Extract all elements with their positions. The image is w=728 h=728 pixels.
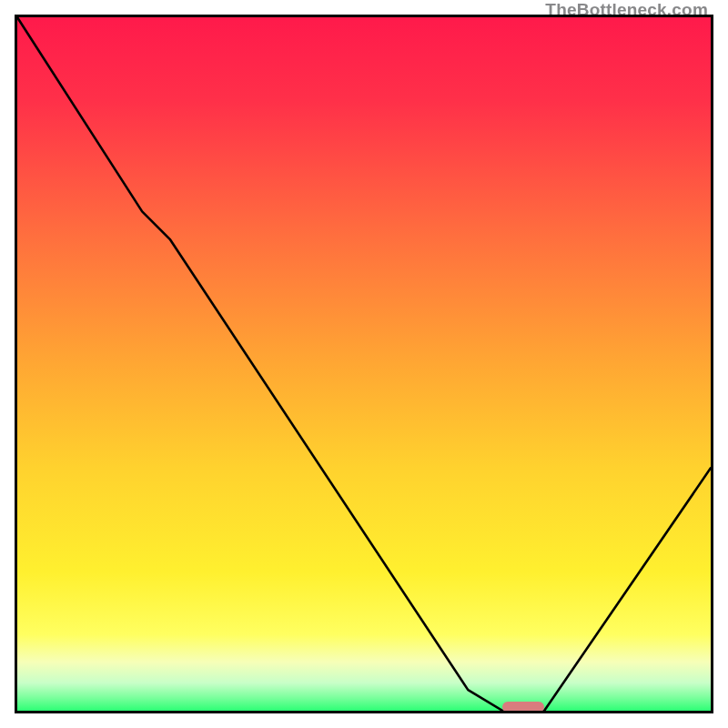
chart-container: TheBottleneck.com [0, 0, 728, 728]
bottleneck-curve [17, 17, 711, 711]
plot-area [15, 15, 713, 713]
optimal-range-marker [502, 702, 544, 713]
